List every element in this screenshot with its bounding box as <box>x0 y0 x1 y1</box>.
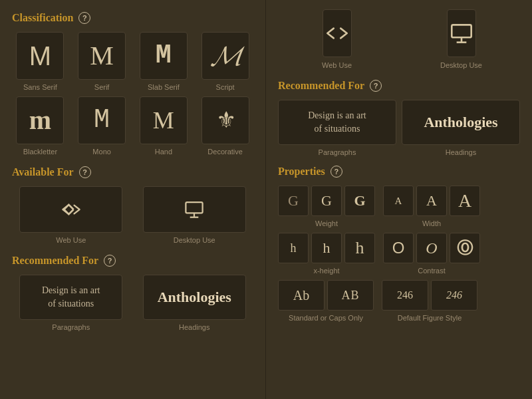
prop-box-width-narrow[interactable]: A <box>383 186 414 216</box>
recommended-header: Recommended For ? <box>12 255 253 267</box>
recommended-grid: Design is an artof situations Paragraphs… <box>12 275 253 331</box>
prop-box-caps-all[interactable]: AB <box>327 280 374 311</box>
class-box-blackletter[interactable]: m <box>16 96 64 144</box>
right-panel: Web Use Desktop Use Recommended For ? De… <box>266 0 532 399</box>
class-label-script: Script <box>216 83 235 91</box>
prop-box-figure-lining[interactable]: 246 <box>382 280 428 311</box>
prop-box-weight-light[interactable]: G <box>278 186 309 216</box>
right-avail-item-web: Web Use <box>278 9 396 69</box>
class-item-decorative: ⚜ Decorative <box>197 96 253 156</box>
prop-group-figure: 246 246 Default Figure Style <box>382 280 477 322</box>
classification-help[interactable]: ? <box>78 12 90 24</box>
prop-box-weight-bold[interactable]: G <box>344 186 375 216</box>
right-avail-label-desktop: Desktop Use <box>440 61 482 69</box>
avail-label-desktop: Desktop Use <box>174 236 215 244</box>
recommended-help[interactable]: ? <box>104 255 116 267</box>
class-item-hand: M Hand <box>136 96 192 156</box>
class-box-serif[interactable]: M <box>78 32 126 80</box>
prop-box-contrast-high[interactable]: Ⓞ <box>450 233 480 263</box>
class-letter-script: 𝓜 <box>211 42 239 70</box>
properties-header: Properties ? <box>278 166 520 178</box>
rec-text-headings: Anthologies <box>158 289 231 306</box>
avail-box-web[interactable] <box>19 186 122 233</box>
prop-boxes-contrast: O O Ⓞ <box>383 233 480 263</box>
left-panel: Classification ? M Sans Serif M Serif M … <box>0 0 266 399</box>
prop-group-width: A A A Width <box>383 186 480 227</box>
right-avail-item-desktop: Desktop Use <box>402 9 520 69</box>
prop-group-weight: G G G Weight <box>278 186 375 227</box>
prop-box-caps-standard[interactable]: Ab <box>278 280 325 311</box>
prop-row-caps-figure: Ab AB Standard or Caps Only 246 246 Defa… <box>278 280 520 322</box>
prop-box-contrast-none[interactable]: O <box>383 233 414 263</box>
classification-grid: M Sans Serif M Serif M Slab Serif 𝓜 Scri… <box>12 32 253 156</box>
prop-box-weight-regular[interactable]: G <box>311 186 342 216</box>
prop-box-xheight-mid[interactable]: h <box>311 233 342 263</box>
prop-box-contrast-low[interactable]: O <box>416 233 447 263</box>
class-item-slab-serif: M Slab Serif <box>136 32 192 91</box>
svg-rect-0 <box>186 202 203 213</box>
prop-label-contrast: Contrast <box>418 267 446 275</box>
right-web-use-icon <box>323 19 351 47</box>
right-recommended-header: Recommended For ? <box>278 80 520 92</box>
rec-box-headings[interactable]: Anthologies <box>143 275 246 320</box>
class-box-slab-serif[interactable]: M <box>140 32 188 80</box>
right-rec-item-paragraphs: Design is an artof situations Paragraphs <box>278 100 396 156</box>
right-avail-grid: Web Use Desktop Use <box>278 9 520 69</box>
prop-box-width-regular[interactable]: A <box>416 186 447 216</box>
right-avail-box-web[interactable] <box>323 9 352 57</box>
prop-box-xheight-low[interactable]: h <box>278 233 309 263</box>
class-label-slab-serif: Slab Serif <box>148 83 180 91</box>
prop-box-figure-oldstyle[interactable]: 246 <box>431 280 477 311</box>
right-recommended-help[interactable]: ? <box>370 80 382 92</box>
prop-label-caps: Standard or Caps Only <box>289 314 363 322</box>
class-label-mono: Mono <box>92 148 111 156</box>
class-box-script[interactable]: 𝓜 <box>201 32 249 80</box>
recommended-title: Recommended For <box>12 255 98 267</box>
right-rec-label-headings: Headings <box>446 148 476 156</box>
avail-label-web: Web Use <box>56 236 86 244</box>
available-grid: Web Use Desktop Use <box>12 186 253 244</box>
class-item-sans-serif: M Sans Serif <box>12 32 68 91</box>
class-letter-sans-serif: M <box>29 43 51 69</box>
class-box-decorative[interactable]: ⚜ <box>201 96 249 144</box>
prop-label-width: Width <box>422 219 441 227</box>
available-title: Available For <box>12 166 74 178</box>
right-recommended-grid: Design is an artof situations Paragraphs… <box>278 100 520 156</box>
prop-boxes-width: A A A <box>383 186 480 216</box>
class-label-blackletter: Blackletter <box>23 148 57 156</box>
prop-box-xheight-high[interactable]: h <box>344 233 375 263</box>
rec-box-paragraphs[interactable]: Design is an artof situations <box>19 275 122 320</box>
right-rec-box-paragraphs[interactable]: Design is an artof situations <box>278 100 396 145</box>
right-avail-box-desktop[interactable] <box>447 9 476 57</box>
class-letter-slab-serif: M <box>156 43 172 69</box>
desktop-use-icon <box>182 198 206 221</box>
class-letter-serif: M <box>90 43 114 69</box>
rec-label-headings: Headings <box>179 323 209 331</box>
class-box-hand[interactable]: M <box>140 96 188 144</box>
prop-box-width-wide[interactable]: A <box>450 186 480 216</box>
class-item-script: 𝓜 Script <box>197 32 253 91</box>
web-use-icon <box>59 198 83 221</box>
prop-label-xheight: x-height <box>313 267 339 275</box>
avail-box-desktop[interactable] <box>143 186 246 233</box>
class-box-mono[interactable]: M <box>78 96 126 144</box>
svg-rect-3 <box>452 25 471 37</box>
class-letter-hand: M <box>153 108 174 132</box>
class-item-mono: M Mono <box>74 96 130 156</box>
classification-title: Classification <box>12 12 73 24</box>
right-rec-box-headings[interactable]: Anthologies <box>402 100 520 145</box>
class-item-blackletter: m Blackletter <box>12 96 68 156</box>
properties-help[interactable]: ? <box>331 166 342 178</box>
right-rec-text-paragraphs: Design is an artof situations <box>308 109 366 135</box>
class-box-sans-serif[interactable]: M <box>16 32 64 80</box>
right-rec-text-headings: Anthologies <box>424 114 497 131</box>
available-header: Available For ? <box>12 166 253 178</box>
available-help[interactable]: ? <box>79 166 91 178</box>
prop-boxes-xheight: h h h <box>278 233 375 263</box>
right-recommended-title: Recommended For <box>278 80 364 92</box>
class-letter-blackletter: m <box>29 107 51 134</box>
avail-item-desktop: Desktop Use <box>136 186 254 244</box>
right-rec-label-paragraphs: Paragraphs <box>319 148 356 156</box>
rec-item-headings: Anthologies Headings <box>136 275 254 331</box>
prop-label-figure: Default Figure Style <box>398 314 462 322</box>
